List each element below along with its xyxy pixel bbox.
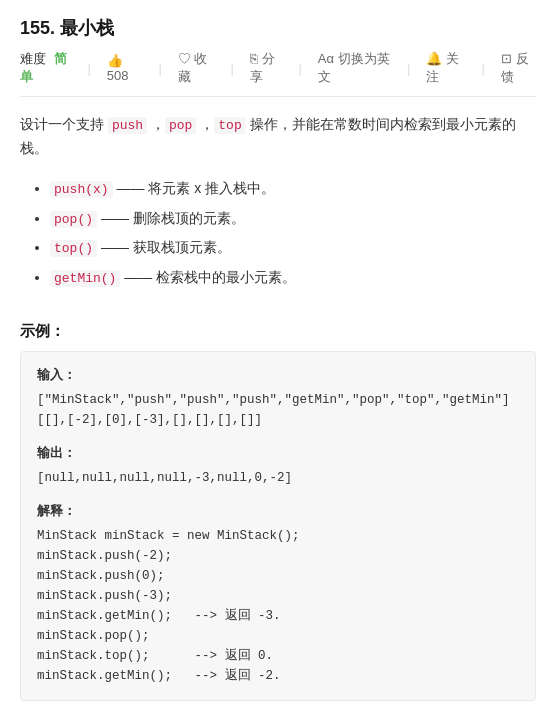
separator4: | bbox=[298, 61, 301, 76]
output-code: [null,null,null,null,-3,null,0,-2] bbox=[37, 468, 519, 488]
list-item: getMin() —— 检索栈中的最小元素。 bbox=[50, 264, 536, 292]
description: 设计一个支持 push ，pop ，top 操作，并能在常数时间内检索到最小元素… bbox=[20, 113, 536, 161]
explain-label: 解释： bbox=[37, 502, 519, 520]
separator6: | bbox=[482, 61, 485, 76]
input-code: ["MinStack","push","push","push","getMin… bbox=[37, 390, 519, 430]
example-section: 示例： 输入： ["MinStack","push","push","push"… bbox=[20, 322, 536, 701]
translate-icon: Aα bbox=[318, 51, 334, 66]
example-block: 输入： ["MinStack","push","push","push","ge… bbox=[20, 351, 536, 701]
list-item: top() —— 获取栈顶元素。 bbox=[50, 234, 536, 262]
page-title: 155. 最小栈 bbox=[20, 16, 536, 40]
explain-code: MinStack minStack = new MinStack(); minS… bbox=[37, 526, 519, 686]
meta-bar: 难度 简单 | 👍 508 | ♡ 收藏 | ⎘ 分享 | Aα 切换为英文 |… bbox=[20, 50, 536, 97]
follow-action[interactable]: 🔔 关注 bbox=[426, 50, 465, 86]
thumb-icon: 👍 bbox=[107, 53, 123, 68]
feedback-action[interactable]: ⊡ 反馈 bbox=[501, 50, 536, 86]
input-label: 输入： bbox=[37, 366, 519, 384]
separator1: | bbox=[87, 61, 90, 76]
list-item: pop() —— 删除栈顶的元素。 bbox=[50, 205, 536, 233]
separator5: | bbox=[407, 61, 410, 76]
separator3: | bbox=[231, 61, 234, 76]
share-action[interactable]: ⎘ 分享 bbox=[250, 50, 282, 86]
operations-list: push(x) —— 将元素 x 推入栈中。 pop() —— 删除栈顶的元素。… bbox=[20, 175, 536, 292]
collect-action[interactable]: ♡ 收藏 bbox=[178, 50, 215, 86]
output-label: 输出： bbox=[37, 444, 519, 462]
thumb-up-action[interactable]: 👍 508 bbox=[107, 53, 143, 83]
list-item: push(x) —— 将元素 x 推入栈中。 bbox=[50, 175, 536, 203]
separator2: | bbox=[158, 61, 161, 76]
example-section-title: 示例： bbox=[20, 322, 536, 341]
share-icon: ⎘ bbox=[250, 51, 258, 66]
translate-action[interactable]: Aα 切换为英文 bbox=[318, 50, 391, 86]
heart-icon: ♡ bbox=[178, 51, 191, 66]
difficulty-label: 难度 简单 bbox=[20, 50, 71, 86]
bell-icon: 🔔 bbox=[426, 51, 442, 66]
feedback-icon: ⊡ bbox=[501, 51, 512, 66]
